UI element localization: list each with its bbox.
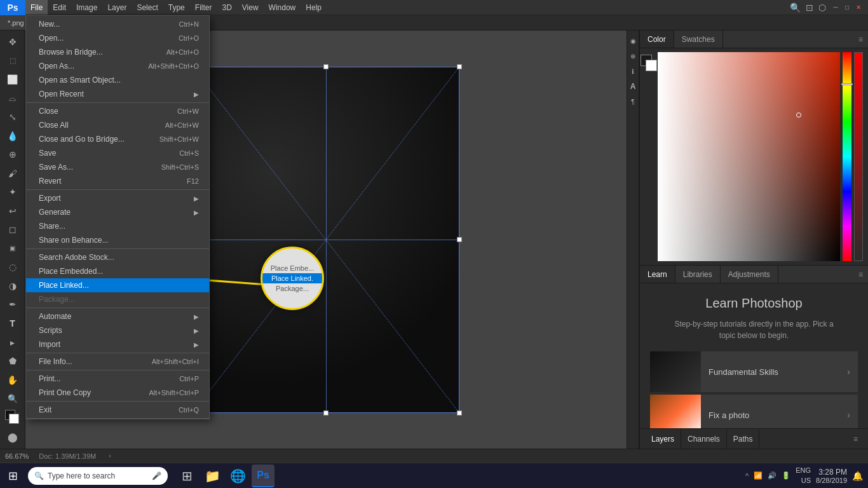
menu-save[interactable]: Save Ctrl+S xyxy=(26,146,209,160)
tutorial-item-1[interactable]: Fundamental Skills › xyxy=(650,351,858,392)
blur-tool[interactable]: ◌ xyxy=(3,259,23,276)
foreground-background-colors[interactable] xyxy=(5,410,20,425)
taskbar-app-browser[interactable]: 🌐 xyxy=(226,464,249,487)
handle-bot-right[interactable] xyxy=(457,410,462,416)
menu-file[interactable]: File xyxy=(25,0,48,15)
tab-channels[interactable]: Channels xyxy=(681,429,727,449)
tab-layers[interactable]: Layers xyxy=(645,429,681,449)
notification-icon[interactable]: 🔔 xyxy=(852,471,863,481)
color-panel-options[interactable]: ≡ xyxy=(853,30,868,48)
menu-close-goto-bridge[interactable]: Close and Go to Bridge... Shift+Ctrl+W xyxy=(26,132,209,146)
crop-tool[interactable]: ⤡ xyxy=(3,108,23,126)
taskbar-search[interactable]: 🔍 Type here to search 🎤 xyxy=(28,467,168,485)
menu-new[interactable]: New... Ctrl+N xyxy=(26,17,209,31)
eraser-tool[interactable]: ◻ xyxy=(3,220,23,238)
type-tool[interactable]: T xyxy=(3,315,23,332)
menu-file-info[interactable]: File Info... Alt+Shift+Ctrl+I xyxy=(26,355,209,369)
tab-learn[interactable]: Learn xyxy=(640,266,675,283)
panels-options[interactable]: ≡ xyxy=(853,435,863,444)
eyedropper-tool[interactable]: 💧 xyxy=(3,127,23,145)
menu-open-recent[interactable]: Open Recent ▶ xyxy=(26,87,209,101)
menu-place-linked[interactable]: Place Linked... xyxy=(26,278,209,292)
tray-arrow[interactable]: ^ xyxy=(745,472,749,480)
gradient-tool[interactable]: ▣ xyxy=(3,240,23,257)
maximize-button[interactable]: □ xyxy=(843,3,851,12)
menu-type[interactable]: Type xyxy=(163,0,190,15)
fg-bg-color-boxes[interactable] xyxy=(641,55,657,71)
background-color-box[interactable] xyxy=(646,60,657,71)
menu-open[interactable]: Open... Ctrl+O xyxy=(26,31,209,45)
menu-revert[interactable]: Revert F12 xyxy=(26,174,209,188)
menu-edit[interactable]: Edit xyxy=(48,0,71,15)
artboard-tool[interactable]: ⬚ xyxy=(3,52,23,70)
start-button[interactable]: ⊞ xyxy=(0,463,25,489)
handle-top-mid[interactable] xyxy=(323,64,329,69)
tab-paths[interactable]: Paths xyxy=(727,429,760,449)
minimize-button[interactable]: ─ xyxy=(831,3,840,12)
taskbar-app-explorer[interactable]: 📁 xyxy=(201,464,224,487)
taskbar-app-photoshop[interactable]: Ps xyxy=(252,464,275,487)
menu-browse-bridge[interactable]: Browse in Bridge... Alt+Ctrl+O xyxy=(26,45,209,59)
menu-3d[interactable]: 3D xyxy=(217,0,236,15)
marquee-tool[interactable]: ⬜ xyxy=(3,71,23,88)
history-brush-tool[interactable]: ↩ xyxy=(3,202,23,220)
tray-network-icon[interactable]: 📶 xyxy=(754,471,763,480)
menu-view[interactable]: View xyxy=(237,0,264,15)
menu-import[interactable]: Import ▶ xyxy=(26,337,209,351)
color-spectrum[interactable] xyxy=(658,52,840,261)
shape-tool[interactable]: ⬟ xyxy=(3,352,23,370)
menu-share-behance[interactable]: Share on Behance... xyxy=(26,233,209,247)
path-selection-tool[interactable]: ▸ xyxy=(3,334,23,351)
language-indicator[interactable]: ENGUS xyxy=(796,466,811,485)
workspace-icon[interactable]: ⊡ xyxy=(806,3,813,13)
handle-bot-mid[interactable] xyxy=(323,410,329,416)
menu-image[interactable]: Image xyxy=(71,0,102,15)
menu-help[interactable]: Help xyxy=(301,0,327,15)
handle-mid-right[interactable] xyxy=(457,237,462,242)
close-button[interactable]: ✕ xyxy=(854,3,863,12)
lasso-tool[interactable]: ⌓ xyxy=(3,90,23,107)
tab-adjustments[interactable]: Adjustments xyxy=(721,266,778,283)
clock[interactable]: 3:28 PM 8/28/2019 xyxy=(816,468,847,484)
strip-type-icon[interactable]: A xyxy=(627,79,639,94)
tutorial-item-2[interactable]: Fix a photo › xyxy=(650,395,858,428)
menu-share[interactable]: Share... xyxy=(26,219,209,233)
menu-generate[interactable]: Generate ▶ xyxy=(26,205,209,219)
menu-export[interactable]: Export ▶ xyxy=(26,191,209,205)
menu-close-all[interactable]: Close All Alt+Ctrl+W xyxy=(26,118,209,132)
menu-window[interactable]: Window xyxy=(264,0,301,15)
menu-scripts[interactable]: Scripts ▶ xyxy=(26,323,209,337)
menu-save-as[interactable]: Save As... Shift+Ctrl+S xyxy=(26,160,209,174)
menu-layer[interactable]: Layer xyxy=(102,0,132,15)
strip-paragraph-icon[interactable]: ¶ xyxy=(627,94,639,109)
menu-open-smart[interactable]: Open as Smart Object... xyxy=(26,73,209,87)
menu-place-embedded[interactable]: Place Embedded... xyxy=(26,264,209,278)
strip-color-icon[interactable]: ◉ xyxy=(627,33,639,48)
hand-tool[interactable]: ✋ xyxy=(3,371,23,389)
learn-panel-options[interactable]: ≡ xyxy=(853,266,868,283)
zoom-tool[interactable]: 🔍 xyxy=(3,390,23,407)
tab-libraries[interactable]: Libraries xyxy=(675,266,721,283)
menu-open-as[interactable]: Open As... Alt+Shift+Ctrl+O xyxy=(26,59,209,73)
menu-print[interactable]: Print... Ctrl+P xyxy=(26,372,209,386)
menu-automate[interactable]: Automate ▶ xyxy=(26,309,209,323)
share-icon[interactable]: ⬡ xyxy=(818,3,826,13)
menu-close[interactable]: Close Ctrl+W xyxy=(26,104,209,118)
menu-filter[interactable]: Filter xyxy=(190,0,217,15)
strip-info-icon[interactable]: ℹ xyxy=(627,64,639,79)
status-arrow[interactable]: › xyxy=(109,452,111,459)
healing-tool[interactable]: ⊕ xyxy=(3,146,23,163)
menu-exit[interactable]: Exit Ctrl+Q xyxy=(26,403,209,417)
quick-mask-tool[interactable]: ⬤ xyxy=(3,429,23,447)
move-tool[interactable]: ✥ xyxy=(3,33,23,51)
dodge-tool[interactable]: ◑ xyxy=(3,277,23,295)
menu-search-stock[interactable]: Search Adobe Stock... xyxy=(26,250,209,264)
tab-swatches[interactable]: Swatches xyxy=(674,30,723,48)
tray-battery-icon[interactable]: 🔋 xyxy=(782,471,790,480)
search-icon[interactable]: 🔍 xyxy=(790,3,801,13)
tray-sound-icon[interactable]: 🔊 xyxy=(768,471,776,480)
menu-select[interactable]: Select xyxy=(132,0,163,15)
strip-tool-icon[interactable]: ⊕ xyxy=(627,48,639,64)
tab-color[interactable]: Color xyxy=(640,30,674,48)
taskbar-app-view[interactable]: ⊞ xyxy=(175,464,198,487)
